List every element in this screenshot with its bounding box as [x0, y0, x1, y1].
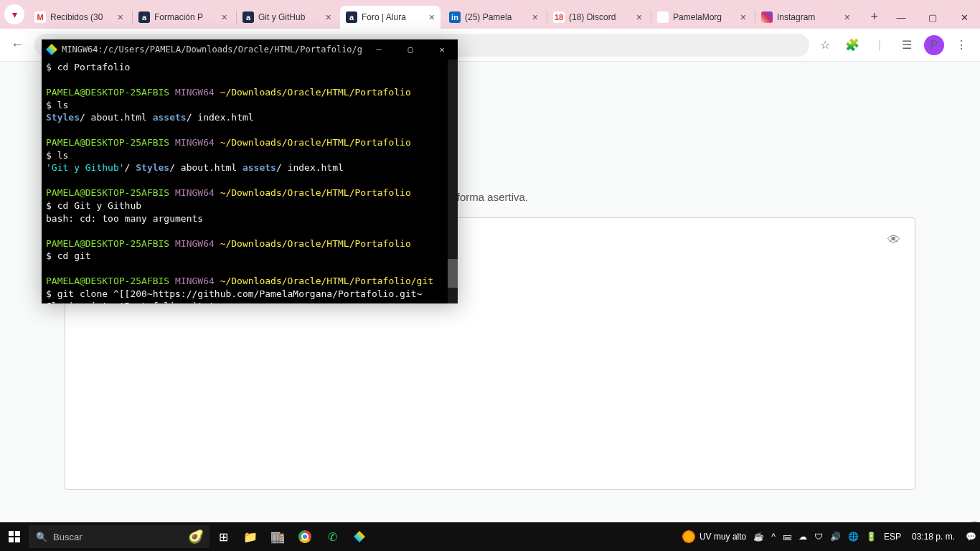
- tray-notifications-icon[interactable]: 💬: [962, 522, 980, 551]
- back-button[interactable]: ←: [6, 34, 29, 57]
- toolbar-separator: |: [870, 35, 890, 55]
- terminal-maximize-button[interactable]: ▢: [395, 39, 426, 60]
- profile-avatar[interactable]: P: [924, 35, 944, 55]
- tab-close-icon[interactable]: ×: [222, 11, 227, 23]
- weather-widget[interactable]: UV muy alto: [679, 522, 750, 551]
- terminal-line: [46, 263, 453, 276]
- terminal-titlebar[interactable]: MINGW64:/c/Users/PAMELA/Downloads/Oracle…: [42, 39, 458, 60]
- terminal-minimize-button[interactable]: —: [363, 39, 395, 60]
- tab-close-icon[interactable]: ×: [740, 11, 746, 23]
- tray-onedrive-icon[interactable]: ☁: [795, 522, 811, 551]
- git-bash-taskbar-icon[interactable]: [346, 522, 373, 551]
- start-button[interactable]: [0, 522, 29, 551]
- bookmark-star-icon[interactable]: ☆: [815, 35, 835, 55]
- tab-favicon: M: [34, 11, 46, 23]
- tab-close-icon[interactable]: ×: [429, 11, 435, 23]
- tray-volume-icon[interactable]: 🔊: [826, 522, 844, 551]
- tab-title: Git y GitHub: [258, 12, 323, 22]
- minimize-button[interactable]: —: [885, 6, 917, 29]
- terminal-line: [46, 225, 453, 237]
- terminal-line: [46, 174, 453, 187]
- tab-title: Formación P: [154, 12, 219, 22]
- svg-rect-0: [9, 531, 14, 536]
- search-icon: 🔍: [36, 532, 47, 542]
- system-tray: UV muy alto ☕ ^ 🖴 ☁ 🛡 🔊 🌐 🔋 ESP 03:18 p.…: [679, 522, 980, 551]
- tray-language[interactable]: ESP: [880, 522, 905, 551]
- tab-favicon: [657, 11, 669, 23]
- chrome-taskbar-icon[interactable]: [291, 522, 319, 551]
- tab-favicon: in: [449, 11, 461, 23]
- search-placeholder: Buscar: [53, 532, 82, 542]
- close-window-button[interactable]: ✕: [948, 6, 980, 29]
- browser-tab[interactable]: 18(18) Discord×: [547, 6, 648, 29]
- tab-title: Foro | Alura: [362, 12, 426, 22]
- terminal-line: $ cd Git y Github: [46, 199, 453, 212]
- terminal-scrollbar-thumb[interactable]: [448, 259, 458, 288]
- toolbar-right: ☆ 🧩 | ☰ P ⋮: [815, 35, 974, 55]
- terminal-line: PAMELA@DESKTOP-25AFBIS MINGW64 ~/Downloa…: [46, 187, 453, 199]
- microsoft-store-icon[interactable]: 🏬: [264, 522, 291, 551]
- terminal-line: bash: cd: too many arguments: [46, 212, 453, 225]
- tab-close-icon[interactable]: ×: [326, 11, 331, 23]
- tab-favicon: a: [138, 11, 150, 23]
- terminal-line: $ cd Portafolio: [46, 61, 453, 74]
- tab-close-icon[interactable]: ×: [118, 11, 123, 23]
- terminal-line: PAMELA@DESKTOP-25AFBIS MINGW64 ~/Downloa…: [46, 136, 453, 149]
- terminal-line: [46, 124, 453, 137]
- terminal-line: $ git clone ^[[200~https://github.com/Pa…: [46, 288, 453, 301]
- terminal-line: $ ls: [46, 99, 453, 112]
- sun-icon: [682, 530, 695, 543]
- tab-title: (18) Discord: [569, 12, 633, 22]
- window-controls: — ▢ ✕: [885, 6, 980, 29]
- browser-tab[interactable]: aForo | Alura×: [340, 6, 440, 29]
- tab-close-icon[interactable]: ×: [636, 11, 642, 23]
- terminal-line: [46, 74, 453, 87]
- tray-overflow-icon[interactable]: ^: [768, 522, 779, 551]
- browser-tab[interactable]: in(25) Pamela×: [443, 6, 544, 29]
- tab-favicon: [761, 11, 773, 23]
- whatsapp-icon[interactable]: ✆: [319, 522, 346, 551]
- git-bash-window: MINGW64:/c/Users/PAMELA/Downloads/Oracle…: [42, 39, 458, 303]
- browser-tab[interactable]: MRecibidos (30×: [29, 6, 129, 29]
- file-explorer-icon[interactable]: 📁: [237, 522, 264, 551]
- tab-title: (25) Pamela: [465, 12, 529, 22]
- tray-usb-icon[interactable]: 🖴: [779, 522, 795, 551]
- browser-tab[interactable]: aGit y GitHub×: [237, 6, 337, 29]
- svg-rect-2: [9, 537, 14, 542]
- terminal-line: $ ls: [46, 149, 453, 162]
- browser-tab[interactable]: Instagram×: [755, 6, 856, 29]
- windows-taskbar: 🔍 Buscar 🥑 ⊞ 📁 🏬 ✆ UV muy alto ☕ ^ 🖴 ☁ 🛡…: [0, 522, 980, 551]
- terminal-line: PAMELA@DESKTOP-25AFBIS MINGW64 ~/Downloa…: [46, 237, 453, 250]
- browser-tab[interactable]: aFormación P×: [133, 6, 233, 29]
- tab-favicon: 18: [553, 11, 565, 23]
- taskbar-search[interactable]: 🔍 Buscar 🥑: [29, 525, 209, 548]
- task-view-button[interactable]: ⊞: [209, 522, 237, 551]
- tray-network-icon[interactable]: 🌐: [844, 522, 862, 551]
- preview-eye-icon[interactable]: 👁: [887, 232, 900, 248]
- tab-close-icon[interactable]: ×: [532, 11, 538, 23]
- terminal-close-button[interactable]: ✕: [426, 39, 458, 60]
- reading-list-icon[interactable]: ☰: [897, 35, 917, 55]
- terminal-body[interactable]: $ cd Portafolio PAMELA@DESKTOP-25AFBIS M…: [42, 60, 458, 303]
- chrome-menu-icon[interactable]: ⋮: [951, 35, 971, 55]
- extensions-icon[interactable]: 🧩: [842, 35, 862, 55]
- tray-java-icon[interactable]: ☕: [750, 522, 768, 551]
- terminal-scrollbar-track[interactable]: [448, 60, 458, 303]
- tray-battery-icon[interactable]: 🔋: [862, 522, 880, 551]
- tab-title: PamelaMorg: [673, 12, 738, 22]
- svg-rect-3: [15, 537, 20, 542]
- new-tab-button[interactable]: +: [863, 9, 885, 29]
- tab-title: Instagram: [777, 12, 842, 22]
- search-decoration-icon: 🥑: [188, 529, 204, 545]
- browser-tab[interactable]: PamelaMorg×: [651, 6, 752, 29]
- terminal-line: PAMELA@DESKTOP-25AFBIS MINGW64 ~/Downloa…: [46, 86, 453, 99]
- tray-security-icon[interactable]: 🛡: [811, 522, 826, 551]
- tab-title: Recibidos (30: [50, 12, 115, 22]
- recent-tabs-button[interactable]: ▾: [4, 4, 24, 24]
- tab-close-icon[interactable]: ×: [844, 11, 850, 23]
- maximize-button[interactable]: ▢: [917, 6, 948, 29]
- tray-clock[interactable]: 03:18 p. m.: [905, 522, 962, 551]
- terminal-line: 'Git y Github'/ Styles/ about.html asset…: [46, 161, 453, 174]
- terminal-line: PAMELA@DESKTOP-25AFBIS MINGW64 ~/Downloa…: [46, 275, 453, 288]
- chrome-tab-strip: ▾ MRecibidos (30×aFormación P×aGit y Git…: [0, 0, 980, 29]
